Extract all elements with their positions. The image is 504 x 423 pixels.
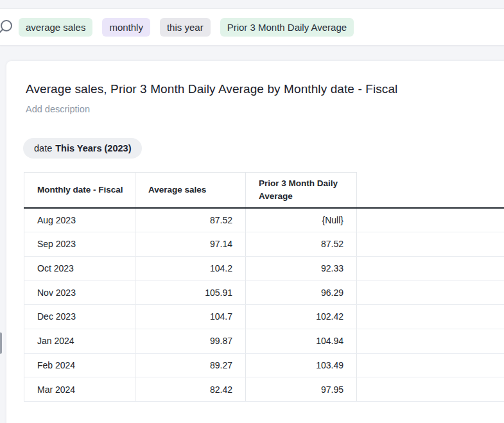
cell-empty [357, 377, 504, 402]
search-bar[interactable]: average sales monthly this year Prior 3 … [0, 8, 504, 46]
column-header-monthly-date-fiscal[interactable]: Monthly date - Fiscal [24, 173, 135, 208]
cell-empty [357, 208, 504, 232]
cell-prior-avg: 104.94 [246, 329, 357, 353]
cell-month: Feb 2024 [24, 353, 135, 377]
table-row: Oct 2023 104.2 92.33 [24, 256, 504, 281]
cell-average-sales: 82.42 [135, 377, 246, 402]
cell-prior-avg: 96.29 [246, 281, 357, 305]
table-row: Sep 2023 97.14 87.52 [24, 232, 504, 256]
search-icon [0, 19, 15, 35]
search-token-monthly[interactable]: monthly [102, 18, 150, 37]
cell-month: Jan 2024 [24, 329, 135, 353]
filter-chip-value: This Years (2023) [55, 143, 131, 153]
search-token-average-sales[interactable]: average sales [19, 18, 92, 37]
cell-prior-avg: 87.52 [246, 232, 357, 256]
table-row: Mar 2024 82.42 97.95 [24, 377, 504, 402]
cell-prior-avg: {Null} [246, 208, 357, 232]
search-token-this-year[interactable]: this year [160, 18, 211, 37]
cell-empty [357, 281, 504, 305]
cell-prior-avg: 92.33 [246, 256, 357, 281]
column-header-empty [357, 173, 504, 208]
table-row: Feb 2024 89.27 103.49 [24, 353, 504, 377]
cell-empty [357, 329, 504, 353]
answer-card: Average sales, Prior 3 Month Daily Avera… [6, 61, 504, 423]
cell-empty [357, 232, 504, 256]
cell-month: Mar 2024 [24, 377, 135, 402]
cell-empty [357, 256, 504, 281]
cell-average-sales: 105.91 [135, 281, 246, 305]
column-header-prior-3-month-daily-average[interactable]: Prior 3 Month Daily Average [246, 173, 357, 208]
cell-month: Sep 2023 [24, 232, 135, 256]
table-row: Jan 2024 99.87 104.94 [24, 329, 504, 353]
table-row: Dec 2023 104.7 102.42 [24, 305, 504, 329]
cell-month: Nov 2023 [24, 281, 135, 305]
answer-title: Average sales, Prior 3 Month Daily Avera… [26, 82, 397, 96]
cell-average-sales: 104.7 [135, 305, 246, 329]
filter-chip-attribute: date [34, 143, 52, 153]
search-token-list: average sales monthly this year Prior 3 … [19, 18, 354, 37]
column-header-average-sales[interactable]: Average sales [135, 173, 246, 208]
add-description-link[interactable]: Add description [26, 104, 90, 114]
cell-month: Aug 2023 [24, 208, 135, 232]
cell-average-sales: 99.87 [135, 329, 246, 353]
cell-prior-avg: 103.49 [246, 353, 357, 377]
cell-prior-avg: 102.42 [246, 305, 357, 329]
cell-average-sales: 104.2 [135, 256, 246, 281]
date-filter-chip[interactable]: date This Years (2023) [23, 138, 142, 159]
search-token-prior-3-month-daily-average[interactable]: Prior 3 Month Daily Average [220, 18, 354, 37]
table-row: Aug 2023 87.52 {Null} [24, 208, 504, 232]
table-row: Nov 2023 105.91 96.29 [24, 281, 504, 305]
table-header-row: Monthly date - Fiscal Average sales Prio… [24, 173, 504, 208]
results-table: Monthly date - Fiscal Average sales Prio… [24, 172, 504, 402]
cell-empty [357, 305, 504, 329]
cell-month: Oct 2023 [24, 256, 135, 281]
cell-average-sales: 97.14 [135, 232, 246, 256]
cell-prior-avg: 97.95 [246, 377, 357, 402]
cell-average-sales: 89.27 [135, 353, 246, 377]
cell-month: Dec 2023 [24, 305, 135, 329]
cell-average-sales: 87.52 [135, 208, 246, 232]
cell-empty [357, 353, 504, 377]
left-edge-scrollbar[interactable] [0, 332, 2, 354]
